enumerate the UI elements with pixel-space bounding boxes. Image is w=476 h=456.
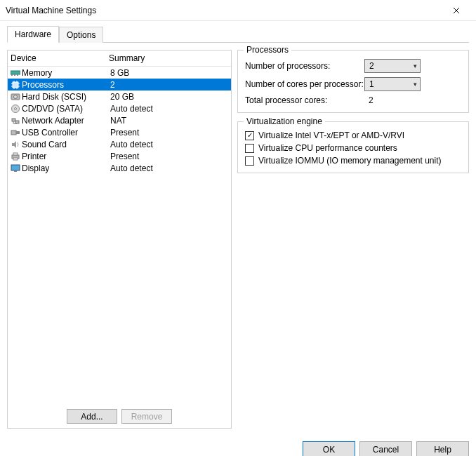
svg-rect-4 <box>13 82 18 88</box>
svg-rect-23 <box>13 158 18 160</box>
cpu-icon <box>11 80 20 90</box>
device-summary: Present <box>110 152 228 161</box>
display-icon <box>11 163 20 173</box>
net-icon <box>11 116 20 126</box>
device-summary: 20 GB <box>110 92 228 102</box>
device-name: Hard Disk (SCSI) <box>22 92 110 102</box>
dialog-buttons: OK Cancel Help <box>0 436 476 456</box>
help-button[interactable]: Help <box>416 441 469 456</box>
device-row[interactable]: CD/DVD (SATA)Auto detect <box>8 102 231 114</box>
processors-group-title: Processors <box>244 45 291 55</box>
close-icon <box>453 7 460 14</box>
device-row[interactable]: PrinterPresent <box>8 150 231 162</box>
svg-rect-17 <box>12 119 15 121</box>
ok-button[interactable]: OK <box>303 441 355 456</box>
svg-rect-25 <box>14 170 17 172</box>
svg-rect-2 <box>14 74 15 76</box>
device-row[interactable]: Network AdapterNAT <box>8 114 231 126</box>
device-summary: Auto detect <box>110 104 228 114</box>
chevron-down-icon: ▾ <box>414 62 417 69</box>
list-buttons: Add... Remove <box>8 405 231 428</box>
num-processors-label: Number of processors: <box>245 61 364 71</box>
virtualization-group: Virtualization engine ✓ Virtualize Intel… <box>237 121 469 173</box>
vt-label: Virtualize Intel VT-x/EPT or AMD-V/RVI <box>258 130 404 140</box>
usb-icon <box>11 128 20 138</box>
device-row[interactable]: DisplayAuto detect <box>8 162 231 174</box>
svg-rect-20 <box>16 131 20 134</box>
right-panel: Processors Number of processors: 2 ▾ Num… <box>237 50 469 429</box>
svg-rect-18 <box>15 121 19 123</box>
iommu-label: Virtualize IOMMU (IO memory management u… <box>258 156 442 166</box>
num-processors-select[interactable]: 2 ▾ <box>364 59 421 73</box>
memory-icon <box>11 68 20 78</box>
cancel-button[interactable]: Cancel <box>359 441 412 456</box>
device-row[interactable]: Sound CardAuto detect <box>8 138 231 150</box>
device-panel: Device Summary Memory8 GBProcessors2Hard… <box>7 50 232 429</box>
cores-per-proc-select[interactable]: 1 ▾ <box>364 77 421 91</box>
device-name: Network Adapter <box>22 116 110 126</box>
printer-icon <box>11 152 20 161</box>
device-row[interactable]: USB ControllerPresent <box>8 126 231 138</box>
device-summary: Present <box>110 128 228 138</box>
device-name: CD/DVD (SATA) <box>22 104 110 114</box>
device-name: Sound Card <box>22 140 110 149</box>
svg-rect-0 <box>11 71 20 74</box>
device-name: USB Controller <box>22 128 110 138</box>
cores-per-proc-value: 1 <box>369 79 374 89</box>
device-name: Display <box>22 163 110 173</box>
sound-icon <box>11 140 20 149</box>
num-processors-value: 2 <box>369 61 374 71</box>
total-cores-label: Total processor cores: <box>245 95 364 105</box>
perf-checkbox[interactable] <box>245 144 254 153</box>
svg-point-16 <box>15 107 17 109</box>
cd-icon <box>11 104 20 114</box>
device-name: Processors <box>22 80 110 90</box>
tab-content: Device Summary Memory8 GBProcessors2Hard… <box>0 43 476 436</box>
tab-options[interactable]: Options <box>59 27 103 43</box>
tab-hardware[interactable]: Hardware <box>7 26 59 43</box>
remove-button: Remove <box>121 409 172 424</box>
iommu-checkbox[interactable] <box>245 156 254 166</box>
perf-label: Virtualize CPU performance counters <box>258 143 397 153</box>
processors-group: Processors Number of processors: 2 ▾ Num… <box>237 50 469 113</box>
col-summary-header[interactable]: Summary <box>109 53 231 63</box>
tabs: Hardware Options <box>7 25 469 43</box>
vt-checkbox[interactable]: ✓ <box>245 131 254 140</box>
device-row[interactable]: Memory8 GB <box>8 67 231 79</box>
svg-rect-22 <box>13 153 18 155</box>
svg-rect-1 <box>11 74 13 76</box>
hdd-icon <box>11 92 20 102</box>
svg-rect-19 <box>11 130 16 135</box>
col-device-header[interactable]: Device <box>11 53 109 63</box>
device-list[interactable]: Device Summary Memory8 GBProcessors2Hard… <box>8 51 231 405</box>
device-summary: 8 GB <box>110 68 228 78</box>
list-header: Device Summary <box>8 51 231 67</box>
device-summary: 2 <box>110 80 228 90</box>
cores-per-proc-label: Number of cores per processor: <box>245 79 364 89</box>
total-cores-value: 2 <box>364 95 373 105</box>
window-title: Virtual Machine Settings <box>6 6 96 15</box>
device-summary: Auto detect <box>110 140 228 149</box>
svg-rect-3 <box>17 74 18 76</box>
svg-rect-24 <box>11 165 20 170</box>
titlebar: Virtual Machine Settings <box>0 0 476 21</box>
device-summary: Auto detect <box>110 163 228 173</box>
chevron-down-icon: ▾ <box>414 81 417 88</box>
add-button[interactable]: Add... <box>67 409 117 424</box>
device-summary: NAT <box>110 116 228 126</box>
device-row[interactable]: Processors2 <box>8 79 231 90</box>
device-name: Memory <box>22 68 110 78</box>
virtualization-group-title: Virtualization engine <box>244 116 325 126</box>
device-row[interactable]: Hard Disk (SCSI)20 GB <box>8 90 231 102</box>
svg-point-14 <box>14 95 18 98</box>
close-button[interactable] <box>442 1 470 20</box>
device-name: Printer <box>22 152 110 161</box>
